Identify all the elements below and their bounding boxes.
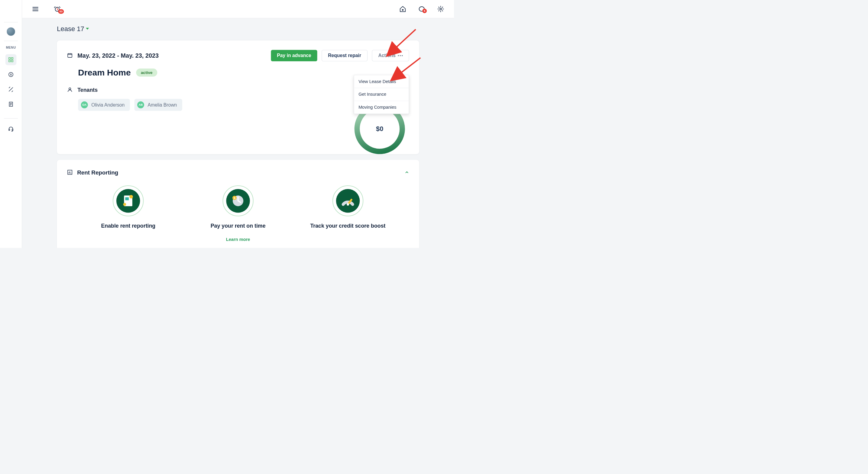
rr-illustration-1 (113, 185, 144, 216)
tenant-avatar: AB (137, 101, 144, 108)
svg-point-16 (440, 8, 441, 10)
status-badge: active (136, 69, 157, 77)
svg-rect-2 (9, 60, 10, 62)
dropdown-moving-companies[interactable]: Moving Companies (354, 101, 409, 114)
grid-icon (8, 57, 14, 63)
svg-rect-17 (68, 54, 72, 58)
svg-point-29 (129, 195, 133, 199)
actions-button[interactable]: Actions (372, 50, 409, 61)
lease-breadcrumb-label: Lease 17 (57, 25, 84, 33)
lease-card: May. 23, 2022 - May. 23, 2023 Pay in adv… (57, 40, 419, 154)
avatar[interactable] (6, 27, 15, 36)
dropdown-get-insurance[interactable]: Get Insurance (354, 88, 409, 101)
learn-more-link[interactable]: Learn more (67, 237, 409, 242)
actions-label: Actions (378, 53, 396, 58)
headset-icon (8, 126, 14, 132)
svg-rect-1 (11, 58, 13, 59)
alarm-button[interactable]: 53 (54, 5, 61, 13)
left-rail: MENU $ (0, 0, 22, 248)
calendar-icon (67, 53, 73, 59)
lease-dropdown[interactable]: Lease 17 (57, 25, 419, 33)
tenant-name: Amelia Brown (148, 102, 177, 107)
rr-col-3: Track your credit score boost (307, 185, 389, 229)
sidebar-documents[interactable] (5, 99, 17, 110)
balance-amount: $0 (376, 125, 383, 133)
rr-label-3: Track your credit score boost (310, 223, 385, 229)
sidebar-dashboard[interactable] (5, 54, 17, 65)
actions-dropdown: View Lease Details Get Insurance Moving … (353, 75, 409, 114)
tenant-chip[interactable]: OA Olivia Anderson (78, 99, 130, 111)
svg-rect-28 (125, 197, 129, 200)
tenants-label: Tenants (78, 87, 98, 93)
svg-rect-3 (11, 60, 13, 62)
rr-illustration-3 (333, 185, 364, 216)
rent-reporting-title: Rent Reporting (77, 169, 400, 176)
tenant-name: Olivia Anderson (91, 102, 125, 107)
settings-button[interactable] (437, 5, 444, 13)
svg-point-35 (347, 203, 349, 206)
hamburger-icon (32, 5, 39, 12)
chevron-down-icon (86, 28, 89, 30)
pay-in-advance-button[interactable]: Pay in advance (271, 50, 317, 61)
rr-col-1: Enable rent reporting (87, 185, 169, 229)
page-content: Lease 17 May. 23, 2022 - May. 23, 2023 P… (22, 19, 454, 248)
alarm-badge: 53 (58, 9, 64, 14)
svg-rect-11 (12, 129, 13, 131)
home-button[interactable] (399, 5, 406, 13)
rr-label-1: Enable rent reporting (101, 223, 155, 229)
menu-label: MENU (6, 46, 16, 49)
bar-chart-icon (67, 169, 73, 176)
lease-date-range: May. 23, 2022 - May. 23, 2023 (78, 52, 159, 59)
sidebar-support[interactable] (5, 123, 17, 134)
home-heart-icon (399, 5, 406, 12)
tenant-avatar: OA (81, 101, 88, 108)
more-dots-icon (398, 55, 403, 56)
svg-rect-10 (9, 129, 10, 131)
dollar-circle-icon: $ (8, 72, 14, 77)
rr-label-2: Pay your rent on time (211, 223, 266, 229)
tools-icon (8, 87, 14, 92)
sidebar-maintenance[interactable] (5, 84, 17, 95)
svg-point-21 (69, 88, 71, 90)
hamburger-button[interactable] (32, 5, 39, 13)
rent-reporting-card: Rent Reporting Enable rent reporting $ (57, 160, 419, 248)
chevron-up-icon (405, 170, 409, 174)
rr-illustration-2: $ (222, 185, 254, 216)
rr-col-2: $ Pay your rent on time (197, 185, 279, 229)
collapse-button[interactable] (405, 170, 409, 175)
tenant-chip[interactable]: AB Amelia Brown (134, 99, 183, 111)
chat-badge: 6 (422, 9, 427, 13)
svg-point-30 (123, 203, 126, 206)
dropdown-view-lease-details[interactable]: View Lease Details (354, 75, 409, 88)
sidebar-payments[interactable]: $ (5, 69, 17, 80)
request-repair-button[interactable]: Request repair (321, 50, 368, 61)
svg-text:$: $ (10, 73, 12, 76)
svg-rect-0 (9, 58, 10, 59)
document-icon (8, 101, 14, 107)
topbar: 53 6 (22, 0, 454, 19)
gear-icon (437, 5, 444, 12)
person-icon (67, 87, 73, 93)
chat-button[interactable]: 6 (418, 5, 426, 13)
property-name: Dream Home (78, 68, 130, 77)
svg-text:$: $ (234, 196, 236, 200)
